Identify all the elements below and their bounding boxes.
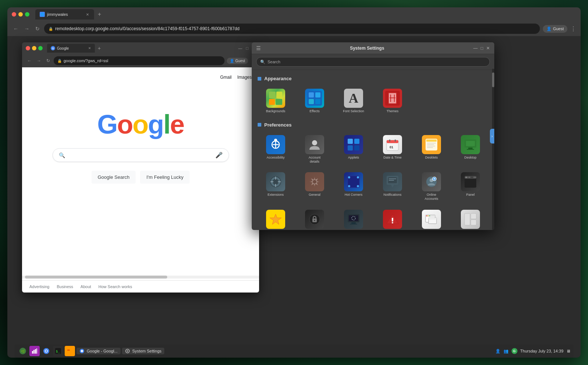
tray-display-icon: 🖥 [566,349,570,353]
tab-favicon: 🌐 [40,12,45,17]
tab-close-icon[interactable]: ✕ [85,12,90,17]
taskbar-chrome[interactable] [41,346,51,356]
profile-icon: 👤 [546,26,552,31]
inner-profile-button[interactable]: 👤 Guest [227,58,248,64]
settings-item-desktop[interactable]: Desktop [452,132,488,167]
settings-menu-icon[interactable]: ☰ [256,45,261,51]
active-tab[interactable]: 🌐 jimmywales ✕ [35,9,94,20]
themes-label: Themes [387,109,399,113]
new-tab-button[interactable]: + [96,11,103,18]
inner-restore-icon[interactable]: □ [246,46,248,51]
inner-close-button[interactable] [26,46,30,50]
inner-new-tab-button[interactable]: + [96,45,102,51]
maximize-button[interactable] [25,12,29,17]
search-box[interactable]: 🔍 🎤 [53,148,229,162]
settings-scroll-thumb[interactable] [492,72,494,87]
google-search-button[interactable]: Google Search [92,171,136,184]
settings-item-themes[interactable]: Themes [374,86,410,116]
svg-rect-24 [354,145,359,150]
url-text: remotedesktop.corp.google.com/u/0/access… [55,26,240,31]
search-input[interactable] [68,152,212,158]
svg-rect-105 [67,350,70,351]
privacy-icon [305,210,324,229]
taskbar-taskmanager[interactable] [29,346,40,356]
svg-rect-75 [350,224,357,224]
profile-button[interactable]: 👤 Guest [543,25,567,33]
edge-pull-handle[interactable]: › [490,129,494,143]
svg-rect-9 [315,99,320,104]
minimize-button[interactable] [18,12,23,17]
settings-item-onlineaccounts[interactable]: Online Accounts [413,169,449,204]
settings-item-panel[interactable]: Panel [452,169,488,204]
inner-forward-button[interactable]: → [35,57,43,65]
about-link[interactable]: About [80,284,91,289]
inner-tab-close-icon[interactable]: ✕ [88,46,91,50]
settings-item-font[interactable]: A Font Selection [336,86,372,116]
how-search-works-link[interactable]: How Search works [98,284,132,289]
chrome-navbar: ← → ↻ 🔒 remotedesktop.corp.google.com/u/… [7,21,581,36]
svg-point-109 [127,350,128,352]
inner-reload-button[interactable]: ↻ [45,57,51,65]
google-footer: Advertising Business About How Search wo… [22,280,259,293]
settings-item-extensions[interactable]: Extensions [258,169,294,204]
feeling-lucky-button[interactable]: I'm Feeling Lucky [140,171,190,184]
settings-item-hotcorners[interactable]: Hot Corners [336,169,372,204]
settings-minimize-button[interactable]: — [473,46,478,51]
account-icon [305,135,324,154]
settings-search-box[interactable]: 🔍 Search [256,57,490,67]
settings-item-accessibility[interactable]: Accessibility [258,132,294,167]
inner-address-bar[interactable]: 🔒 google.com/?gws_rd=ssl [54,56,225,65]
business-link[interactable]: Business [57,284,73,289]
preferred-icon [266,210,285,229]
settings-item-screensaver[interactable]: Screensaver [336,207,372,230]
settings-item-windows[interactable]: Windows [413,207,449,230]
applets-label: Applets [348,156,359,160]
taskbar-settings-app[interactable]: System Settings [122,348,164,354]
settings-item-startup[interactable]: Startup Applications [374,207,410,230]
inner-minimize-button[interactable] [32,46,36,50]
taskbar-google-app[interactable]: Google - Googl... [76,348,121,354]
chrome-menu-button[interactable]: ⋮ [570,25,576,32]
advertising-link[interactable]: Advertising [29,284,49,289]
gmail-link[interactable]: Gmail [220,75,232,80]
settings-close-button[interactable]: ✕ [486,46,490,51]
settings-item-account[interactable]: Account details [297,132,333,167]
settings-restore-button[interactable]: □ [481,46,483,51]
taskbar-mintmenu[interactable]: 🌿 [18,346,28,356]
svg-rect-27 [389,139,390,142]
taskbar-files[interactable] [65,346,75,356]
svg-rect-98 [36,348,37,354]
images-link[interactable]: Images [237,75,252,80]
settings-item-backgrounds[interactable]: Backgrounds [258,86,294,116]
settings-item-preferred[interactable]: Preferred Applications [258,207,294,230]
inner-maximize-button[interactable] [38,46,43,50]
panel-icon [461,172,480,191]
settings-item-effects[interactable]: Effects [297,86,333,116]
back-button[interactable]: ← [12,24,20,33]
search-icon: 🔍 [59,152,65,158]
inner-active-tab[interactable]: G Google ✕ [47,44,95,53]
taskbar-terminal[interactable]: $_ [53,346,63,356]
search-buttons: Google Search I'm Feeling Lucky [92,171,190,184]
settings-item-desklets[interactable]: Desklets [413,132,449,167]
datetime-icon: 01 [383,135,402,154]
settings-item-notifications[interactable]: Notifications [374,169,410,204]
inner-minimize-icon[interactable]: — [238,46,242,51]
settings-item-applets[interactable]: Applets [336,132,372,167]
preferences-title: Preferences [264,122,291,128]
voice-search-icon[interactable]: 🎤 [215,152,223,159]
scrollbar-thumb[interactable] [25,276,167,279]
close-button[interactable] [12,12,16,17]
logo-g: G [97,110,117,139]
address-bar[interactable]: 🔒 remotedesktop.corp.google.com/u/0/acce… [44,24,540,34]
settings-item-privacy[interactable]: Privacy [297,207,333,230]
backgrounds-icon [266,89,285,108]
settings-item-general[interactable]: General [297,169,333,204]
settings-scrollbar[interactable] [492,69,494,230]
settings-item-datetime[interactable]: 01 Date & Time [374,132,410,167]
reload-button[interactable]: ↻ [34,24,41,33]
taskbar-right-area: 👤 👥 G Thursday July 23, 14:39 🖥 [495,348,570,354]
settings-item-windowtiling[interactable]: Window Tiling [452,207,488,230]
inner-back-button[interactable]: ← [26,57,33,65]
forward-button[interactable]: → [23,24,31,33]
